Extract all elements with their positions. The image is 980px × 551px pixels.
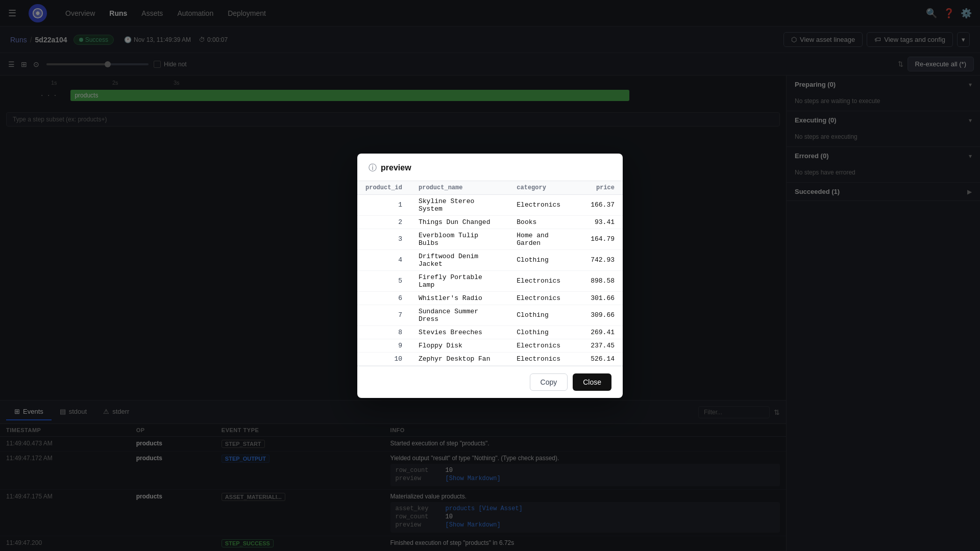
cell-product-name: Everbloom Tulip Bulbs bbox=[410, 229, 508, 249]
modal-header: ⓘ preview bbox=[357, 154, 623, 181]
cell-product-name: Whistler's Radio bbox=[410, 291, 508, 305]
modal-col-header: product_name bbox=[410, 181, 508, 195]
cell-product-name: Stevies Breeches bbox=[410, 325, 508, 339]
cell-product-id: 9 bbox=[357, 339, 410, 352]
modal-col-header: product_id bbox=[357, 181, 410, 195]
cell-product-name: Zephyr Desktop Fan bbox=[410, 352, 508, 365]
modal-col-header: price bbox=[582, 181, 623, 195]
cell-product-id: 10 bbox=[357, 352, 410, 365]
cell-category: Electronics bbox=[508, 270, 582, 291]
cell-category: Electronics bbox=[508, 352, 582, 365]
modal-table-row: 3 Everbloom Tulip Bulbs Home and Garden … bbox=[357, 229, 623, 249]
cell-category: Clothing bbox=[508, 249, 582, 270]
cell-product-id: 2 bbox=[357, 215, 410, 229]
cell-price: 166.37 bbox=[582, 194, 623, 215]
cell-price: 526.14 bbox=[582, 352, 623, 365]
modal-table-row: 7 Sundance Summer Dress Clothing 309.66 bbox=[357, 305, 623, 325]
cell-price: 898.58 bbox=[582, 270, 623, 291]
cell-category: Electronics bbox=[508, 339, 582, 352]
cell-category: Electronics bbox=[508, 194, 582, 215]
copy-button[interactable]: Copy bbox=[530, 373, 568, 391]
cell-product-id: 7 bbox=[357, 305, 410, 325]
preview-modal: ⓘ preview product_idproduct_namecategory… bbox=[357, 154, 623, 398]
modal-table-row: 1 Skyline Stereo System Electronics 166.… bbox=[357, 194, 623, 215]
cell-product-name: Floppy Disk bbox=[410, 339, 508, 352]
modal-table-row: 8 Stevies Breeches Clothing 269.41 bbox=[357, 325, 623, 339]
cell-product-id: 8 bbox=[357, 325, 410, 339]
modal-table-row: 5 Firefly Portable Lamp Electronics 898.… bbox=[357, 270, 623, 291]
modal-table-row: 9 Floppy Disk Electronics 237.45 bbox=[357, 339, 623, 352]
cell-product-id: 6 bbox=[357, 291, 410, 305]
close-button[interactable]: Close bbox=[573, 373, 611, 391]
cell-category: Clothing bbox=[508, 305, 582, 325]
modal-table-row: 10 Zephyr Desktop Fan Electronics 526.14 bbox=[357, 352, 623, 365]
cell-product-name: Driftwood Denim Jacket bbox=[410, 249, 508, 270]
modal-title: preview bbox=[381, 163, 411, 172]
modal-table-row: 6 Whistler's Radio Electronics 301.66 bbox=[357, 291, 623, 305]
modal-info-icon: ⓘ bbox=[369, 163, 377, 173]
cell-price: 269.41 bbox=[582, 325, 623, 339]
modal-col-header: category bbox=[508, 181, 582, 195]
cell-price: 237.45 bbox=[582, 339, 623, 352]
modal-body: product_idproduct_namecategoryprice 1 Sk… bbox=[357, 181, 623, 366]
modal-table-row: 2 Things Dun Changed Books 93.41 bbox=[357, 215, 623, 229]
cell-category: Books bbox=[508, 215, 582, 229]
cell-category: Clothing bbox=[508, 325, 582, 339]
modal-footer: Copy Close bbox=[357, 366, 623, 398]
cell-price: 309.66 bbox=[582, 305, 623, 325]
cell-price: 164.79 bbox=[582, 229, 623, 249]
cell-category: Home and Garden bbox=[508, 229, 582, 249]
cell-product-id: 1 bbox=[357, 194, 410, 215]
cell-product-name: Sundance Summer Dress bbox=[410, 305, 508, 325]
cell-product-id: 5 bbox=[357, 270, 410, 291]
cell-price: 301.66 bbox=[582, 291, 623, 305]
cell-product-id: 4 bbox=[357, 249, 410, 270]
modal-data-table: product_idproduct_namecategoryprice 1 Sk… bbox=[357, 181, 623, 366]
cell-product-name: Firefly Portable Lamp bbox=[410, 270, 508, 291]
cell-price: 742.93 bbox=[582, 249, 623, 270]
cell-product-id: 3 bbox=[357, 229, 410, 249]
cell-product-name: Skyline Stereo System bbox=[410, 194, 508, 215]
cell-price: 93.41 bbox=[582, 215, 623, 229]
cell-category: Electronics bbox=[508, 291, 582, 305]
cell-product-name: Things Dun Changed bbox=[410, 215, 508, 229]
modal-table-row: 4 Driftwood Denim Jacket Clothing 742.93 bbox=[357, 249, 623, 270]
modal-overlay[interactable]: ⓘ preview product_idproduct_namecategory… bbox=[0, 0, 980, 551]
